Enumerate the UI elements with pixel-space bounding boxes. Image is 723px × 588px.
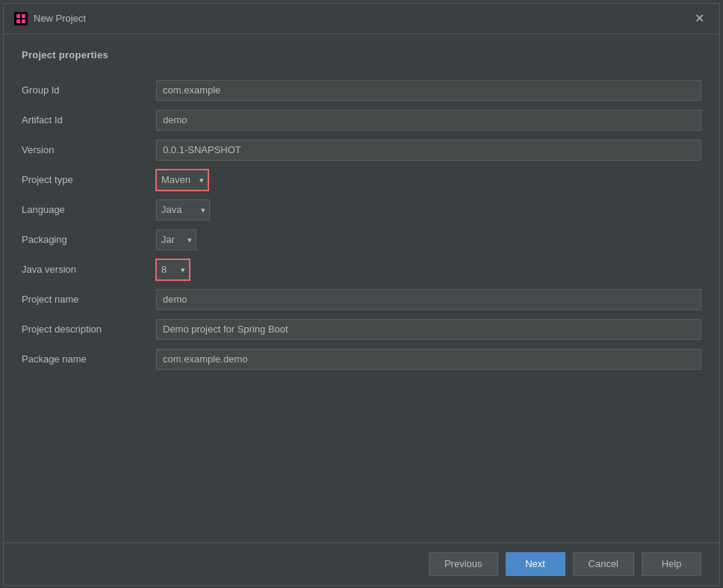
project-description-input[interactable] [156, 319, 701, 340]
package-name-label: Package name [22, 347, 156, 371]
project-name-control [156, 285, 701, 315]
packaging-control: Jar War [156, 225, 701, 255]
next-button[interactable]: Next [506, 552, 565, 576]
language-select[interactable]: Java Kotlin Groovy [156, 199, 210, 220]
svg-rect-1 [16, 14, 20, 18]
version-control [156, 135, 701, 165]
project-description-label: Project description [22, 318, 156, 341]
java-version-label: Java version [22, 258, 156, 281]
title-bar: New Project ✕ [4, 4, 719, 34]
packaging-label: Packaging [22, 228, 156, 251]
svg-rect-4 [22, 19, 25, 23]
group-id-label: Group Id [22, 78, 156, 102]
cancel-button[interactable]: Cancel [573, 552, 634, 576]
help-button[interactable]: Help [642, 552, 701, 576]
dialog-title: New Project [34, 13, 86, 24]
previous-button[interactable]: Previous [429, 552, 498, 576]
dialog-content: Project properties Group Id Artifact Id … [4, 34, 719, 542]
project-name-input[interactable] [156, 289, 701, 310]
project-type-control: Maven Gradle [156, 165, 701, 195]
form-grid: Group Id Artifact Id Version Project typ… [22, 75, 701, 374]
java-version-select-wrapper: 8 11 17 21 [156, 259, 190, 280]
project-description-control [156, 315, 701, 344]
group-id-control [156, 75, 701, 105]
artifact-id-label: Artifact Id [22, 108, 156, 131]
java-version-control: 8 11 17 21 [156, 255, 701, 285]
language-control: Java Kotlin Groovy [156, 195, 701, 225]
svg-rect-0 [14, 12, 28, 25]
java-version-select[interactable]: 8 11 17 21 [156, 259, 190, 280]
svg-rect-2 [22, 14, 25, 18]
close-button[interactable]: ✕ [690, 11, 709, 26]
new-project-dialog: New Project ✕ Project properties Group I… [3, 3, 720, 586]
project-name-label: Project name [22, 288, 156, 311]
language-label: Language [22, 198, 156, 221]
project-type-label: Project type [22, 168, 156, 191]
packaging-select[interactable]: Jar War [156, 229, 196, 250]
project-type-select-wrapper: Maven Gradle [156, 170, 208, 191]
title-bar-left: New Project [14, 12, 86, 25]
version-label: Version [22, 138, 156, 161]
version-input[interactable] [156, 140, 701, 161]
group-id-input[interactable] [156, 80, 701, 101]
language-select-wrapper: Java Kotlin Groovy [156, 199, 210, 220]
section-title: Project properties [22, 49, 701, 61]
app-icon [14, 12, 28, 25]
project-type-select[interactable]: Maven Gradle [156, 170, 208, 191]
artifact-id-control [156, 105, 701, 135]
packaging-select-wrapper: Jar War [156, 229, 196, 250]
package-name-control [156, 344, 701, 374]
artifact-id-input[interactable] [156, 110, 701, 131]
svg-rect-3 [16, 19, 20, 23]
package-name-input[interactable] [156, 349, 701, 370]
dialog-footer: Previous Next Cancel Help [4, 542, 719, 585]
